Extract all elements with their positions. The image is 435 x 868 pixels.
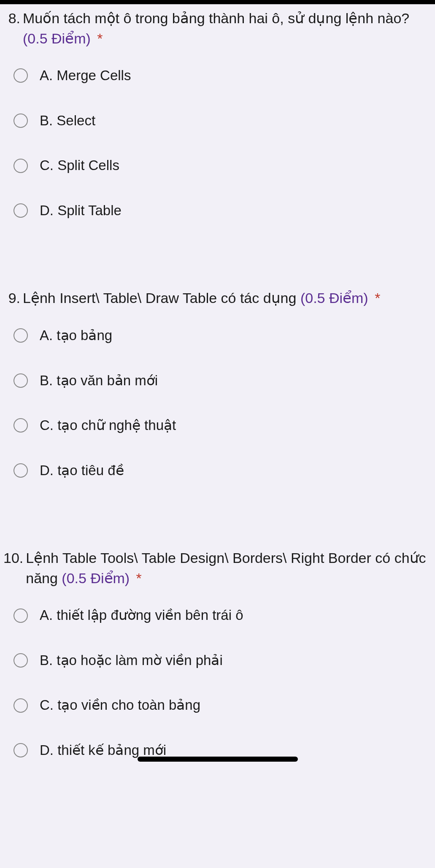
- required-marker: *: [136, 570, 142, 586]
- question-prompt: Muốn tách một ô trong bảng thành hai ô, …: [23, 10, 409, 26]
- option-label: A. tạo bảng: [40, 326, 112, 345]
- option-b[interactable]: B. Select: [14, 111, 432, 130]
- question-text: Lệnh Table Tools\ Table Design\ Borders\…: [26, 548, 432, 588]
- top-black-bar: [0, 0, 435, 4]
- options-list: A. thiết lập đường viền bên trái ô B. tạ…: [3, 606, 432, 760]
- radio-icon[interactable]: [14, 328, 28, 343]
- question-points: (0.5 Điểm): [300, 290, 368, 306]
- radio-icon[interactable]: [14, 463, 28, 478]
- required-marker: *: [97, 30, 103, 46]
- radio-icon[interactable]: [14, 114, 28, 128]
- option-c[interactable]: C. Split Cells: [14, 156, 432, 175]
- question-10: 10. Lệnh Table Tools\ Table Design\ Bord…: [0, 544, 435, 764]
- option-d[interactable]: D. tạo tiêu đề: [14, 461, 432, 480]
- question-prompt: Lệnh Insert\ Table\ Draw Table có tác dụ…: [23, 290, 296, 306]
- option-label: A. Merge Cells: [40, 66, 131, 85]
- option-label: C. tạo viền cho toàn bảng: [40, 696, 200, 715]
- radio-icon[interactable]: [14, 418, 28, 433]
- option-label: B. tạo hoặc làm mờ viền phải: [40, 651, 223, 670]
- option-label: B. Select: [40, 111, 95, 130]
- radio-icon[interactable]: [14, 698, 28, 713]
- question-text: Muốn tách một ô trong bảng thành hai ô, …: [23, 8, 432, 49]
- radio-icon[interactable]: [14, 653, 28, 668]
- option-label: B. tạo văn bản mới: [40, 371, 158, 390]
- radio-icon[interactable]: [14, 608, 28, 623]
- radio-icon[interactable]: [14, 203, 28, 218]
- required-marker: *: [375, 290, 380, 306]
- option-d[interactable]: D. Split Table: [14, 201, 432, 220]
- question-points: (0.5 Điểm): [23, 30, 91, 46]
- question-text: Lệnh Insert\ Table\ Draw Table có tác dụ…: [23, 288, 432, 308]
- option-a[interactable]: A. Merge Cells: [14, 66, 432, 85]
- option-label: C. tạo chữ nghệ thuật: [40, 416, 176, 435]
- radio-icon[interactable]: [14, 159, 28, 173]
- option-b[interactable]: B. tạo văn bản mới: [14, 371, 432, 390]
- options-list: A. Merge Cells B. Select C. Split Cells …: [3, 66, 432, 220]
- question-9: 9. Lệnh Insert\ Table\ Draw Table có tác…: [0, 284, 435, 544]
- option-c[interactable]: C. tạo viền cho toàn bảng: [14, 696, 432, 715]
- question-8: 8. Muốn tách một ô trong bảng thành hai …: [0, 4, 435, 284]
- radio-icon[interactable]: [14, 743, 28, 757]
- radio-icon[interactable]: [14, 68, 28, 83]
- question-number: 10.: [3, 548, 26, 568]
- option-a[interactable]: A. tạo bảng: [14, 326, 432, 345]
- question-number: 9.: [3, 288, 23, 308]
- radio-icon[interactable]: [14, 373, 28, 388]
- question-number: 8.: [3, 8, 23, 29]
- option-b[interactable]: B. tạo hoặc làm mờ viền phải: [14, 651, 432, 670]
- options-list: A. tạo bảng B. tạo văn bản mới C. tạo ch…: [3, 326, 432, 480]
- question-points: (0.5 Điểm): [62, 570, 130, 586]
- option-label: D. Split Table: [40, 201, 122, 220]
- option-label: C. Split Cells: [40, 156, 119, 175]
- option-c[interactable]: C. tạo chữ nghệ thuật: [14, 416, 432, 435]
- option-a[interactable]: A. thiết lập đường viền bên trái ô: [14, 606, 432, 625]
- option-label: D. tạo tiêu đề: [40, 461, 124, 480]
- option-label: A. thiết lập đường viền bên trái ô: [40, 606, 243, 625]
